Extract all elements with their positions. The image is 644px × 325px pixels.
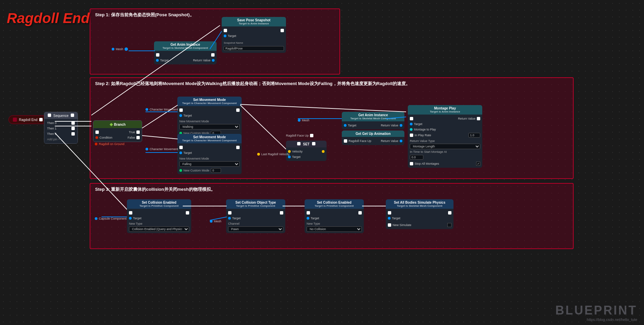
set-collision-object-type-node: Set Collision Object Type Target is Prim…	[226, 199, 285, 233]
movement-mode-walking-select[interactable]: Walking	[179, 124, 240, 129]
in-time-input[interactable]	[410, 155, 423, 160]
mesh-pin-1: Mesh	[112, 47, 128, 51]
montage-play-node: Montage Play Target is Anim Instance Ret…	[408, 105, 482, 168]
capsule-component-pin: Capsule Component	[95, 217, 127, 220]
set-all-bodies-simulate-node: Set All Bodies Simulate Physics Target i…	[386, 199, 453, 229]
play-rate-input[interactable]	[468, 133, 480, 138]
stop-all-montages-checkbox[interactable]	[476, 162, 480, 166]
ragdoll-face-up-pin: Ragdoll Face Up	[286, 134, 313, 137]
set-node: SET Velocity Target	[286, 141, 327, 161]
set-collision-enabled-2-node: Set Collision Enabled Target is Primitiv…	[305, 199, 364, 233]
set-collision-enabled-1-node: Set Collision Enabled Target is Primitiv…	[127, 199, 191, 233]
collision-channel-select[interactable]: Pawn	[228, 226, 283, 232]
page-title: Ragdoll End	[7, 10, 90, 26]
custom-mode-falling-input[interactable]	[211, 168, 221, 173]
mesh-pin-3: Mesh	[210, 220, 221, 223]
get-anim-instance-1-node: Get Anim Instance Target is Skeletal Mes…	[154, 41, 217, 64]
step1-label: Step 1: 保存当前角色姿态快照(Pose Snapshot)。	[95, 12, 194, 18]
collision-type-1-select[interactable]: Collision Enabled (Query and Physics)	[129, 226, 189, 232]
char-movement-pin-2: Character Movement	[146, 147, 178, 151]
get-anim-instance-2-node: Get Anim Instance Target is Skeletal Mes…	[342, 112, 404, 129]
snapshot-name-input[interactable]	[224, 46, 284, 51]
return-value-type-select[interactable]: Montage Length	[410, 144, 480, 149]
step2-section: Step 2: 如果Ragdoll已经落地则将Movement Mode设为Wa…	[90, 77, 574, 179]
ragdoll-on-ground-pin: Ragdoll on Ground	[95, 142, 125, 146]
collision-type-2-select[interactable]: No Collision	[307, 226, 362, 232]
set-movement-falling-node: Set Movement Mode Target is Character Mo…	[177, 134, 242, 174]
new-simulate-checkbox[interactable]	[447, 223, 451, 227]
set-movement-walking-node: Set Movement Mode Target is Character Mo…	[177, 97, 242, 137]
char-movement-pin-1: Character Movement	[146, 108, 178, 111]
movement-mode-falling-select[interactable]: Falling	[179, 161, 240, 167]
watermark: BLUEPRINT https://blog.csdn.net/hello_tu…	[555, 303, 637, 322]
ragdoll-end-event: Ragdoll End	[8, 115, 47, 124]
last-ragdoll-velocity-pin: Last Ragdoll Velocity	[257, 153, 290, 156]
step3-label: Step 3: 重新开启胶囊体的collision并关闭mesh的物理模拟。	[95, 186, 215, 192]
sequence-node: Sequence Then 0 Then 1 Then 2 Add pin +	[44, 112, 78, 144]
save-pose-snapshot-node: Save Pose Snapshot Target is Anim Instan…	[222, 17, 286, 53]
branch-node: ◈ Branch True Condition False	[93, 120, 142, 142]
mesh-pin-2: Mesh	[298, 119, 309, 122]
get-get-up-animation-node: Get Get Up Animation Ragdoll Face Up Ret…	[342, 130, 404, 145]
step2-label: Step 2: 如果Ragdoll已经落地则将Movement Mode设为Wa…	[95, 81, 410, 87]
